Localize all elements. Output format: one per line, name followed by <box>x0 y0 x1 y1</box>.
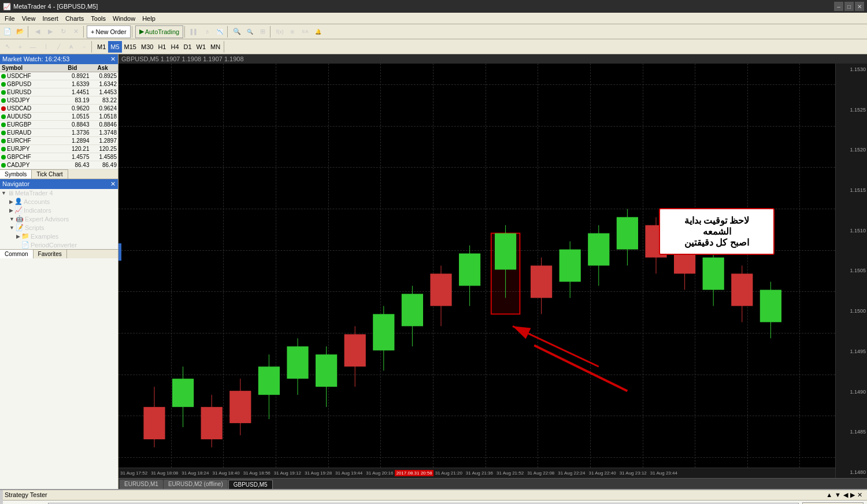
alert-btn[interactable]: 🔔 <box>312 25 324 38</box>
tooltip-line2: اصبح كل دقيقتين <box>669 237 765 248</box>
section-toggle[interactable] <box>118 243 121 261</box>
vline-btn[interactable]: ⏐ <box>39 40 52 53</box>
st-scroll-right[interactable]: ▶ <box>850 491 855 499</box>
back-btn[interactable]: ◀ <box>31 25 44 38</box>
menu-insert[interactable]: Insert <box>39 14 62 23</box>
new-btn[interactable]: 📄 <box>1 25 14 38</box>
text-btn[interactable]: A <box>65 40 77 53</box>
period-m1[interactable]: M1 <box>95 41 108 53</box>
period-d1[interactable]: D1 <box>181 41 194 53</box>
list-item[interactable]: EURGBP0.88430.8846 <box>0 121 118 129</box>
nav-root-label: MetaTrader 4 <box>15 190 53 197</box>
price-1530: 1.1530 <box>837 66 866 72</box>
chart-bar-btn[interactable]: ▌▌ <box>188 25 201 38</box>
list-item[interactable]: EURAUD1.37361.3748 <box>0 129 118 137</box>
navigator-period-converter[interactable]: 📄 PeriodConverter <box>0 240 118 249</box>
chart-container[interactable]: لاحظ توقيت بداية الشمعه اصبح كل دقيقتين … <box>118 64 867 478</box>
list-item[interactable]: EURJPY120.21120.25 <box>0 145 118 153</box>
st-scroll-left[interactable]: ◀ <box>843 491 848 499</box>
period-m15[interactable]: M15 <box>122 41 139 53</box>
chart-line-btn[interactable]: 📉 <box>213 25 226 38</box>
list-item[interactable]: USDCAD0.96200.9624 <box>0 105 118 113</box>
navigator-examples[interactable]: ▶ 📁 Examples <box>0 232 118 240</box>
tab-gbpusd-m5[interactable]: GBPUSD,M5 <box>228 480 273 489</box>
period-m5[interactable]: M5 <box>108 41 121 53</box>
market-watch-close[interactable]: ✕ <box>110 55 116 63</box>
period-mn[interactable]: MN <box>208 41 223 53</box>
nav-period-converter-label: PeriodConverter <box>31 242 77 249</box>
menu-help[interactable]: Help <box>139 14 159 23</box>
section-close-btn[interactable] <box>0 490 3 504</box>
zoom-in-btn[interactable]: 🔍 <box>231 25 243 38</box>
chart-candle-btn[interactable]: 🕯 <box>201 25 213 38</box>
time-label: 31 Aug 23:44 <box>649 470 679 476</box>
fwd-btn[interactable]: ▶ <box>44 25 57 38</box>
tab-common[interactable]: Common <box>0 250 34 258</box>
new-order-label: New Order <box>95 28 126 35</box>
folder-icon: 📁 <box>21 232 29 240</box>
menu-file[interactable]: File <box>1 14 18 23</box>
trendline-btn[interactable]: ╱ <box>52 40 65 53</box>
window-controls[interactable]: – □ ✕ <box>834 2 864 11</box>
svg-rect-21 <box>430 273 451 306</box>
reload-btn[interactable]: ↻ <box>57 25 69 38</box>
list-item[interactable]: USDCHF0.89210.8925 <box>0 72 118 80</box>
navigator-accounts[interactable]: ▶ 👤 Accounts <box>0 197 118 206</box>
navigator-indicators[interactable]: ▶ 📈 Indicators <box>0 206 118 214</box>
market-watch-rows: USDCHF0.89210.8925 GBPUSD1.63391.6342 EU… <box>0 72 118 169</box>
menu-view[interactable]: View <box>18 14 39 23</box>
tab-favorites[interactable]: Favorites <box>34 250 67 258</box>
chart-grid-btn[interactable]: ⊞ <box>256 25 269 38</box>
tree-expand-icon: ▼ <box>9 225 14 231</box>
list-item[interactable]: USDJPY83.1983.22 <box>0 97 118 105</box>
navigator-scripts[interactable]: ▼ 📝 Scripts <box>0 223 118 232</box>
navigator-expert-advisors[interactable]: ▼ 🤖 Expert Advisors <box>0 214 118 223</box>
tab-symbols[interactable]: Symbols <box>0 169 32 179</box>
list-item[interactable]: AUDUSD1.05151.0518 <box>0 113 118 121</box>
maximize-btn[interactable]: □ <box>844 2 854 11</box>
expert-btn[interactable]: EA <box>299 25 312 38</box>
list-item[interactable]: GBPUSD1.63391.6342 <box>0 80 118 88</box>
chart-tooltip: لاحظ توقيت بداية الشمعه اصبح كل دقيقتين <box>659 208 775 255</box>
menu-charts[interactable]: Charts <box>62 14 87 23</box>
stop-btn[interactable]: ✕ <box>69 25 82 38</box>
tree-expand-icon: ▶ <box>9 199 13 205</box>
indicator-btn[interactable]: f(x) <box>273 25 286 38</box>
status-dot <box>1 147 6 151</box>
tab-eurusd-m1[interactable]: EURUSD,M1 <box>120 480 163 489</box>
period-h4[interactable]: H4 <box>168 41 181 53</box>
arrow-btn[interactable]: → <box>77 40 90 53</box>
list-item[interactable]: EURCHF1.28941.2897 <box>0 137 118 145</box>
menu-tools[interactable]: Tools <box>87 14 109 23</box>
new-order-btn[interactable]: + New Order <box>87 25 131 38</box>
menu-window[interactable]: Window <box>109 14 139 23</box>
market-watch-columns: Symbol Bid Ask <box>0 64 118 72</box>
hline-btn[interactable]: — <box>27 40 39 53</box>
st-scroll-down[interactable]: ▼ <box>835 491 841 499</box>
list-item[interactable]: CADJPY86.4386.49 <box>0 161 118 169</box>
time-label: 31 Aug 22:08 <box>525 470 556 476</box>
tab-tick-chart[interactable]: Tick Chart <box>32 169 68 179</box>
cursor-btn[interactable]: ↖ <box>1 40 14 53</box>
navigator-close[interactable]: ✕ <box>110 180 116 188</box>
tab-eurusd-m2[interactable]: EURUSD,M2 (offline) <box>164 480 228 489</box>
autotrading-btn[interactable]: ▶ AutoTrading <box>135 25 184 38</box>
close-btn[interactable]: ✕ <box>855 2 864 11</box>
period-m30[interactable]: M30 <box>139 41 155 53</box>
period-w1[interactable]: W1 <box>194 41 209 53</box>
list-item[interactable]: GBPCHF1.45751.4585 <box>0 153 118 161</box>
ea-nav-icon: 🤖 <box>16 215 24 223</box>
st-scroll-up[interactable]: ▲ <box>826 491 832 499</box>
open-btn[interactable]: 📂 <box>14 25 27 38</box>
navigator-root[interactable]: ▼ 🖥 MetaTrader 4 <box>0 189 118 197</box>
minimize-btn[interactable]: – <box>834 2 843 11</box>
sep2 <box>83 26 86 38</box>
crosshair-btn[interactable]: + <box>14 40 27 53</box>
sep4 <box>184 26 187 38</box>
period-h1[interactable]: H1 <box>155 41 168 53</box>
list-item[interactable]: EURUSD1.44511.4453 <box>0 88 118 97</box>
st-close[interactable]: ✕ <box>857 491 862 499</box>
status-dot <box>1 139 6 143</box>
template-btn[interactable]: ⊛ <box>286 25 299 38</box>
zoom-out-btn[interactable]: 🔍 <box>243 25 256 38</box>
